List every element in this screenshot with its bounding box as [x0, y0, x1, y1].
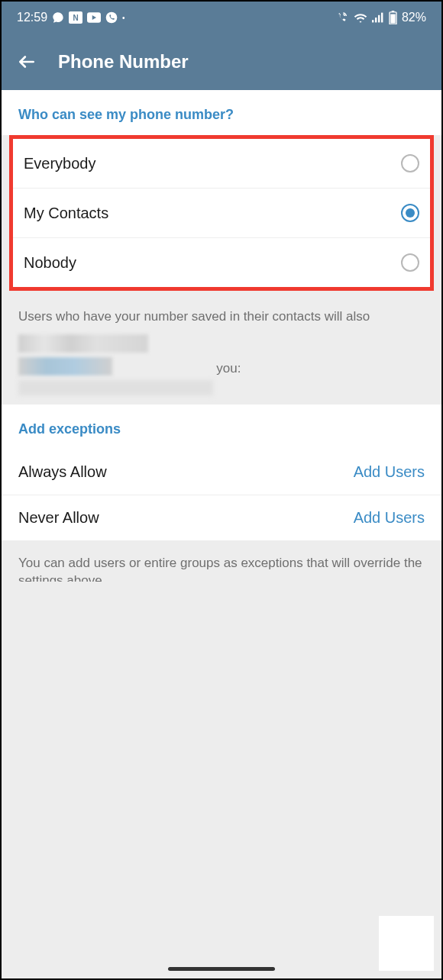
- signal-icon: [372, 12, 384, 23]
- description-line: Users who have your number saved in thei…: [18, 307, 425, 327]
- radio-label: My Contacts: [24, 205, 108, 222]
- bottom-area: [2, 582, 441, 978]
- back-arrow-icon[interactable]: [17, 52, 37, 72]
- page-title: Phone Number: [58, 51, 189, 73]
- radio-label: Everybody: [24, 155, 96, 172]
- battery-icon: [389, 11, 397, 24]
- highlight-box: Everybody My Contacts Nobody: [9, 135, 434, 291]
- exceptions-header: Add exceptions: [2, 405, 441, 450]
- app-icon-n: N: [69, 11, 82, 24]
- youtube-icon: [87, 12, 101, 23]
- exception-always-allow[interactable]: Always Allow Add Users: [2, 450, 441, 495]
- redacted-region: you:: [18, 334, 425, 395]
- more-dot: •: [122, 14, 125, 22]
- svg-point-1: [106, 12, 118, 24]
- svg-rect-4: [378, 15, 380, 23]
- radio-icon: [401, 154, 419, 172]
- radio-icon-selected: [401, 204, 419, 222]
- battery-percent: 82%: [402, 11, 426, 24]
- svg-rect-5: [381, 13, 383, 23]
- radio-option-everybody[interactable]: Everybody: [13, 139, 430, 189]
- phone-circle-icon: [105, 11, 118, 24]
- visibility-description: Users who have your number saved in thei…: [2, 295, 441, 405]
- redacted-bar: [18, 380, 213, 395]
- wifi-icon: [354, 12, 367, 23]
- visibility-header: Who can see my phone number?: [2, 90, 441, 135]
- svg-rect-2: [372, 20, 373, 22]
- chat-icon: [52, 11, 64, 24]
- visibility-radio-list: Everybody My Contacts Nobody: [13, 139, 430, 287]
- app-bar: Phone Number: [2, 34, 441, 90]
- radio-option-nobody[interactable]: Nobody: [13, 238, 430, 287]
- status-right: 82%: [335, 11, 426, 24]
- add-users-link[interactable]: Add Users: [354, 463, 425, 481]
- radio-option-my-contacts[interactable]: My Contacts: [13, 189, 430, 238]
- radio-label: Nobody: [24, 254, 76, 272]
- svg-rect-3: [375, 18, 377, 22]
- volte-icon: [335, 11, 349, 24]
- exception-label: Never Allow: [18, 509, 99, 527]
- content: Who can see my phone number? Everybody M…: [2, 90, 441, 604]
- status-time: 12:59: [17, 11, 47, 24]
- add-users-link[interactable]: Add Users: [354, 509, 425, 527]
- svg-rect-8: [390, 15, 395, 24]
- status-left: 12:59 N •: [17, 11, 125, 24]
- exception-label: Always Allow: [18, 463, 107, 481]
- nav-handle[interactable]: [168, 967, 275, 971]
- redacted-bar: [18, 357, 112, 376]
- redacted-bar: [18, 334, 148, 353]
- radio-icon: [401, 253, 419, 272]
- you-fragment: you:: [213, 359, 241, 379]
- exceptions-section: Add exceptions Always Allow Add Users Ne…: [2, 405, 441, 540]
- status-bar: 12:59 N • 82%: [2, 2, 441, 34]
- white-overlay: [379, 916, 434, 971]
- exception-never-allow[interactable]: Never Allow Add Users: [2, 495, 441, 540]
